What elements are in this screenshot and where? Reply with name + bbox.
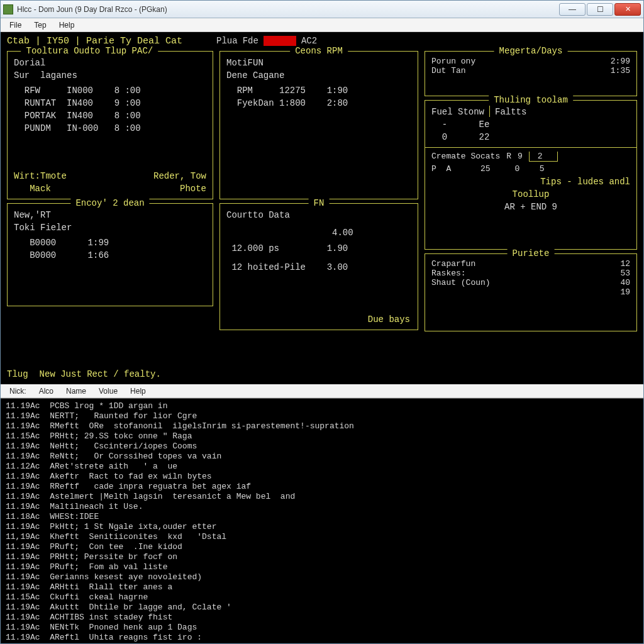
megerta-v0: 2:99: [611, 57, 630, 66]
log-menu-name[interactable]: Name: [61, 386, 91, 397]
panel-purete: Puriete Craparfun12 Raskes:53 Shaut (Cou…: [425, 253, 637, 331]
log-line: 11.19Ac PRuft; Fom ab val liste: [6, 562, 638, 572]
log-line: 11.19Ac NENtTk Pnoned henk aup 1 Dags: [6, 623, 638, 633]
tooltura-foot-rb[interactable]: Phote: [153, 182, 206, 195]
panel-thuling-legend: Thuling toolam: [489, 95, 573, 105]
window-buttons: [559, 3, 641, 16]
panel-tooltura: Tooltura Oudto Tlup PAC/ Dorial Sur laga…: [7, 51, 213, 199]
fn-row: 12.000 ps 1.90: [226, 239, 411, 258]
panel-purete-legend: Puriete: [508, 248, 555, 258]
minimize-button[interactable]: [559, 3, 586, 16]
status-b: Fde: [243, 36, 258, 46]
log-line: 11.19Ac ARHtti Rlall tter anes a: [6, 582, 638, 592]
tooltura-foot-lb[interactable]: Mack: [14, 182, 67, 195]
thuling-row: - Ee: [431, 118, 630, 131]
panel-megerta: Megerta/Days Porun ony2:99 Dut Tan1:35: [425, 51, 637, 96]
log-menu-volue[interactable]: Volue: [94, 386, 123, 397]
cremate-label: Cremate Socats: [431, 150, 500, 163]
tab-strip[interactable]: Ctab | IY50 | Parie Ty Deal Cat: [7, 36, 182, 47]
log-line: 11.19Ac Maltilneach it Use.: [6, 502, 638, 512]
thuling-row: 0 22: [431, 131, 630, 143]
log-menu-help[interactable]: Help: [125, 386, 151, 397]
megerta-k1: Dut Tan: [431, 66, 466, 75]
ceons-row: FyekDan 1:800 2:80: [226, 97, 411, 109]
log-line: 11.19Ac ACHTIBS inst stadey fhist: [6, 613, 638, 623]
close-button[interactable]: [614, 3, 641, 16]
window-title: Hlcc - Dom Joun (9 Day Dral Rzco - (PGka…: [17, 5, 559, 14]
tooltura-row: PORTAK IN400 8 :00: [14, 109, 206, 122]
panel-ceons: Ceons RPM MotiFUN Dene Cagane RPM 12275 …: [219, 51, 418, 199]
log-pane[interactable]: 11.19Ac PCBS lrog * 1DD argan in11.19Ac …: [1, 398, 643, 643]
status-c: AC2: [301, 36, 317, 46]
panel-encoy: Encoy' 2 dean New,'RT Toki Fieler B0000 …: [7, 203, 213, 306]
purete-k1: Raskes:: [431, 269, 466, 278]
tooltura-l1: Dorial: [14, 57, 206, 69]
fn-l1: Courtto Data: [226, 209, 411, 221]
thuling-h1: Fuel Stonw: [431, 106, 484, 118]
panel-fn-legend: FN: [309, 198, 330, 208]
log-menu-nick[interactable]: Nick:: [4, 386, 31, 397]
log-line: 11.19Ac NeHtt; Cscinteri/iopes Cooms: [6, 441, 638, 452]
menu-file[interactable]: File: [4, 19, 26, 31]
log-line: 11,19Ac Kheftt Senitiiconites kxd 'Dstal: [6, 532, 638, 542]
log-line: 11.15Ac Ckufti ckeal hagrne: [6, 592, 638, 602]
thuling-h2: Faltts: [495, 106, 526, 118]
bottom-new-just-rect[interactable]: New Just Rect / fealty.: [40, 369, 161, 379]
encoy-row: B0000 1:99: [14, 236, 206, 249]
megerta-v1: 1:35: [611, 66, 630, 75]
log-line: 11.19Ac PRHtt; Perssite br focf on: [6, 552, 638, 562]
panel-fn: FN Courtto Data 4.00 12.000 ps 1.90 12 h…: [219, 203, 418, 330]
cremate-input[interactable]: [529, 152, 558, 162]
menubar-log: Nick: Alco Name Volue Help: [1, 384, 643, 398]
purete-k2: Shaut (Coun): [431, 278, 491, 287]
menu-help[interactable]: Help: [54, 19, 80, 31]
encoy-l2: Toki Fieler: [14, 221, 206, 234]
log-line: 11.15Ac PRHtt; 29.SS tokc onne " Raga: [6, 431, 638, 441]
log-line: 11.19Ac PCBS lrog * 1DD argan in: [6, 401, 638, 411]
titlebar[interactable]: Hlcc - Dom Joun (9 Day Dral Rzco - (PGka…: [1, 1, 643, 18]
tooltura-foot-ra[interactable]: Reder, Tow: [153, 170, 206, 182]
log-line: 11.19Ac RReftf cade inpra reguatra bet a…: [6, 482, 638, 492]
log-line: 11.18Ac WHESt:IDEE: [6, 512, 638, 522]
log-line: 11.19Ac Akeftr Ract to fad ex wiln bytes: [6, 472, 638, 482]
purete-v1: 53: [620, 269, 630, 278]
tooltura-foot-la[interactable]: Wirt:Tmote: [14, 170, 67, 182]
log-line: 11.19Ac RMeftt ORe stofanonil ilgelsInri…: [6, 421, 638, 431]
status-readout: Plua Fde AC2: [216, 36, 317, 46]
purete-v3: 19: [620, 287, 630, 297]
status-a: Plua: [216, 36, 238, 46]
log-line: 11.19Ac Astelmert |Melth lagsin teresani…: [6, 492, 638, 502]
encoy-l1: New,'RT: [14, 209, 206, 221]
purete-v2: 40: [620, 278, 630, 287]
menu-tep[interactable]: Tep: [29, 19, 51, 31]
status-flag-icon: [264, 36, 296, 46]
encoy-row: B0000 1:66: [14, 249, 206, 262]
log-line: 11.19Ac Gerianns kesest aye novoleited): [6, 572, 638, 582]
fn-foot[interactable]: Due bays: [368, 313, 410, 326]
ceons-l2: Dene Cagane: [226, 69, 411, 82]
log-line: 11.19Ac ReNtt; Or Corssihed topes va vai…: [6, 452, 638, 462]
tooltura-row: RUNTAT IN400 9 :00: [14, 97, 206, 109]
menubar-top: File Tep Help: [1, 18, 643, 32]
panel-ceons-legend: Ceons RPM: [290, 46, 348, 56]
panel-thuling: Thuling toolam Fuel Stonw Faltts - Ee 0 …: [425, 100, 637, 250]
thuling-pa: P A 25 0 5: [431, 163, 630, 175]
log-line: 11.19Ac PkHtt; 1 St Ngale ixta,ouder ett…: [6, 522, 638, 532]
ceons-row: RPM 12275 1:90: [226, 84, 411, 97]
maximize-button[interactable]: [587, 3, 613, 16]
panel-tooltura-legend: Tooltura Oudto Tlup PAC/: [21, 46, 158, 56]
bottom-tlug[interactable]: Tlug: [7, 369, 28, 379]
tooltura-row: RFW IN000 8 :00: [14, 84, 206, 97]
cremate-b: R: [506, 150, 511, 163]
log-line: 11.19Ac NERTT; Raunted for lior Cgre: [6, 411, 638, 421]
tooltura-l2: Sur laganes: [14, 69, 206, 82]
log-menu-alco[interactable]: Alco: [34, 386, 58, 397]
thuling-toollup[interactable]: Toollup: [431, 188, 630, 201]
tooltura-row: PUNDM IN-000 8 :00: [14, 122, 206, 135]
log-line: 11.19Ac AReftl Uhita reagns fist iro :: [6, 633, 638, 643]
thuling-arend: AR + END 9: [431, 201, 630, 213]
panel-megerta-legend: Megerta/Days: [494, 46, 568, 56]
thuling-tips[interactable]: Tips - ludes andl: [431, 175, 630, 188]
ceons-l1: MotiFUN: [226, 57, 411, 69]
purete-v0: 12: [620, 259, 630, 269]
